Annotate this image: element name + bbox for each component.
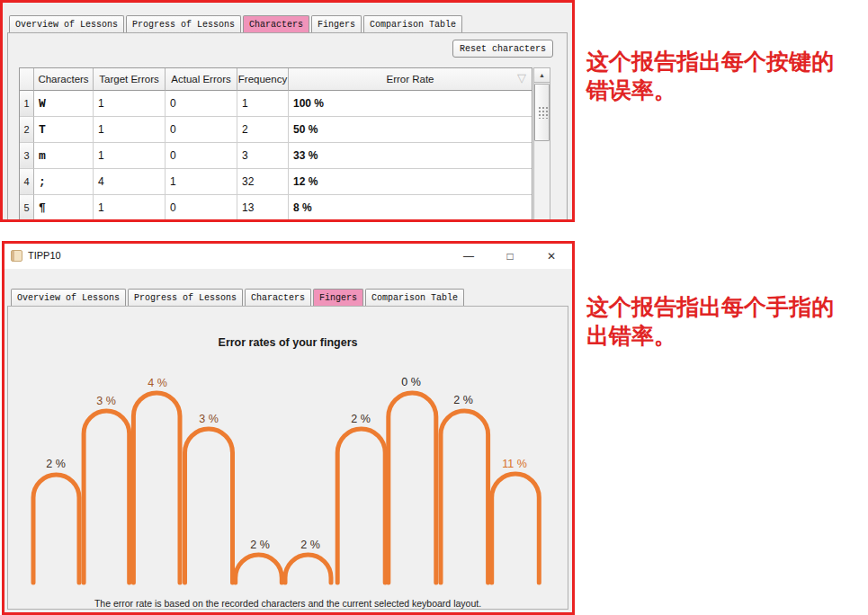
- table-row[interactable]: 1W101100 %: [20, 91, 532, 117]
- bottom-tab-fingers[interactable]: Fingers: [313, 289, 363, 307]
- table-body: 1W101100 %2T10250 %3m10333 %4;413212 %5¶…: [20, 91, 532, 221]
- annotation-fingers-line1: 这个报告指出每个手指的: [586, 293, 834, 322]
- cell-actual: 1: [166, 169, 237, 195]
- cell-target: 4: [94, 169, 166, 195]
- cell-char: m: [34, 143, 94, 169]
- annotation-characters-line1: 这个报告指出每个按键的: [586, 48, 834, 76]
- cell-rate: 100 %: [289, 91, 532, 117]
- bottom-tabbar: Overview of LessonsProgress of LessonsCh…: [11, 289, 466, 307]
- close-button[interactable]: ✕: [538, 248, 565, 264]
- cell-char: T: [34, 117, 94, 143]
- cell-target: 1: [94, 91, 166, 117]
- top-tabbar: Overview of LessonsProgress of LessonsCh…: [9, 15, 464, 33]
- reset-characters-button[interactable]: Reset characters: [452, 40, 553, 58]
- characters-report-panel: Overview of LessonsProgress of LessonsCh…: [0, 0, 575, 222]
- cell-actual: 0: [166, 143, 237, 169]
- minimize-button[interactable]: —: [455, 248, 482, 264]
- table-row[interactable]: 3m10333 %: [20, 143, 532, 169]
- annotation-fingers-line2: 出错率。: [586, 322, 834, 351]
- top-tab-characters[interactable]: Characters: [243, 15, 309, 33]
- annotation-characters-line2: 错误率。: [586, 76, 834, 105]
- col-header-target-errors[interactable]: Target Errors: [94, 68, 166, 91]
- cell-char: ¶: [34, 195, 94, 221]
- cell-num[interactable]: 1: [20, 91, 34, 117]
- cell-freq: 1: [237, 91, 289, 117]
- cell-num[interactable]: 3: [20, 143, 34, 169]
- col-header-rownum[interactable]: [20, 68, 34, 91]
- cell-actual: 0: [166, 91, 237, 117]
- cell-rate: 8 %: [289, 195, 532, 221]
- annotation-characters: 这个报告指出每个按键的 错误率。: [586, 48, 834, 105]
- top-tab-overview-of-lessons[interactable]: Overview of Lessons: [9, 15, 124, 33]
- cell-char: ;: [34, 169, 94, 195]
- tipp10-window: TIPP10 — □ ✕ Overview of LessonsProgress…: [2, 241, 575, 615]
- col-header-actual-errors[interactable]: Actual Errors: [166, 68, 237, 91]
- bottom-tab-comparison-table[interactable]: Comparison Table: [365, 289, 464, 307]
- cell-freq: 2: [237, 117, 289, 143]
- maximize-button[interactable]: □: [497, 248, 523, 264]
- scroll-up-button[interactable]: ▲: [534, 68, 550, 83]
- cell-num[interactable]: 5: [20, 195, 34, 221]
- bottom-tab-characters[interactable]: Characters: [245, 289, 311, 307]
- cell-target: 1: [94, 117, 166, 143]
- annotation-fingers: 这个报告指出每个手指的 出错率。: [586, 293, 834, 351]
- col-header-error-rate-label: Error Rate: [386, 74, 434, 85]
- top-tab-comparison-table[interactable]: Comparison Table: [363, 15, 462, 33]
- cell-rate: 33 %: [289, 143, 532, 169]
- sort-indicator-icon[interactable]: ▽: [517, 72, 526, 84]
- table-header-row: Characters Target Errors Actual Errors F…: [20, 68, 532, 91]
- cell-num[interactable]: 4: [20, 169, 34, 195]
- top-tab-fingers[interactable]: Fingers: [311, 15, 362, 33]
- col-header-characters[interactable]: Characters: [34, 68, 94, 91]
- cell-char: W: [34, 91, 94, 117]
- cell-actual: 0: [166, 117, 237, 143]
- table-row[interactable]: 2T10250 %: [20, 117, 532, 143]
- bottom-tab-progress-of-lessons[interactable]: Progress of Lessons: [128, 289, 243, 307]
- col-header-frequency[interactable]: Frequency: [237, 68, 289, 91]
- scrollbar-thumb[interactable]: [534, 84, 550, 141]
- cell-target: 1: [94, 195, 166, 221]
- cell-num[interactable]: 2: [20, 117, 34, 143]
- cell-freq: 3: [237, 143, 289, 169]
- cell-rate: 12 %: [289, 169, 532, 195]
- col-header-error-rate[interactable]: Error Rate ▽: [289, 68, 532, 91]
- table-row[interactable]: 4;413212 %: [20, 169, 532, 195]
- tipp10-app-icon: [11, 250, 22, 262]
- cell-actual: 0: [166, 195, 237, 221]
- scrollbar-grip-icon: [538, 106, 548, 119]
- cell-target: 1: [94, 143, 166, 169]
- titlebar[interactable]: TIPP10 — □ ✕: [4, 244, 572, 269]
- chart-footnote: The error rate is based on the recorded …: [8, 598, 568, 609]
- table-row[interactable]: 5¶10138 %: [20, 195, 532, 221]
- bottom-tab-overview-of-lessons[interactable]: Overview of Lessons: [11, 289, 126, 307]
- top-tab-progress-of-lessons[interactable]: Progress of Lessons: [126, 15, 241, 33]
- cell-rate: 50 %: [289, 117, 532, 143]
- window-title: TIPP10: [28, 250, 61, 261]
- table-vertical-scrollbar[interactable]: ▲: [533, 67, 550, 222]
- chart-title: Error rates of your fingers: [8, 336, 568, 349]
- cell-freq: 32: [237, 169, 289, 195]
- fingers-tabpage: Error rates of your fingers The error ra…: [7, 306, 568, 610]
- cell-freq: 13: [237, 195, 289, 221]
- characters-table: Characters Target Errors Actual Errors F…: [19, 67, 532, 222]
